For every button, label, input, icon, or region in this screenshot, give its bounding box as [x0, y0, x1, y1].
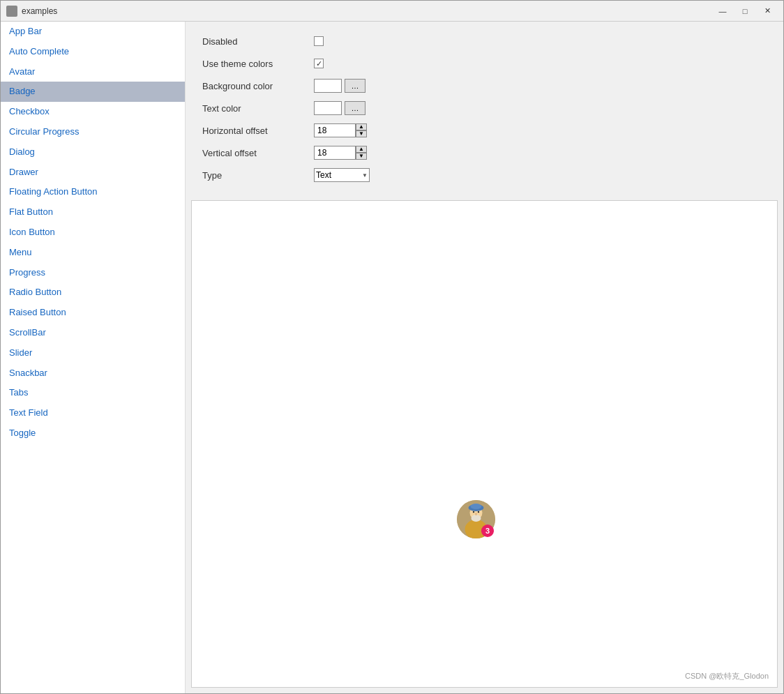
badge-count: 3 — [481, 525, 494, 537]
sidebar-item-progress[interactable]: Progress — [1, 263, 185, 283]
sidebar-item-avatar[interactable]: Avatar — [1, 62, 185, 82]
sidebar-item-icon-button[interactable]: Icon Button — [1, 222, 185, 243]
main-window: examples — □ ✕ App BarAuto CompleteAvata… — [0, 0, 784, 694]
window-title: examples — [22, 6, 712, 16]
sidebar-item-toggle[interactable]: Toggle — [1, 423, 185, 444]
close-button[interactable]: ✕ — [757, 4, 778, 18]
use-theme-colors-row: Use theme colors — [202, 55, 767, 72]
sidebar-item-dialog[interactable]: Dialog — [1, 142, 185, 163]
text-color-label: Text color — [202, 103, 314, 114]
vertical-offset-row: Vertical offset ▲ ▼ — [202, 144, 767, 161]
horizontal-offset-up-button[interactable]: ▲ — [356, 123, 367, 130]
text-color-input: … — [314, 101, 365, 115]
window-icon — [6, 6, 17, 17]
type-select-container: Text Number Icon — [314, 168, 370, 182]
svg-point-3 — [471, 504, 482, 509]
disabled-input — [314, 36, 324, 46]
svg-point-8 — [475, 513, 477, 515]
horizontal-offset-label: Horizontal offset — [202, 126, 314, 136]
window-controls: — □ ✕ — [712, 4, 778, 18]
disabled-label: Disabled — [202, 36, 314, 47]
vertical-offset-label: Vertical offset — [202, 148, 314, 158]
sidebar-item-radio-button[interactable]: Radio Button — [1, 282, 185, 303]
maximize-button[interactable]: □ — [734, 4, 755, 18]
controls-area: Disabled Use theme colors Background col… — [186, 22, 783, 200]
background-color-row: Background color … — [202, 77, 767, 94]
horizontal-offset-field[interactable] — [314, 123, 356, 137]
background-color-label: Background color — [202, 81, 314, 91]
sidebar-item-flat-button[interactable]: Flat Button — [1, 202, 185, 222]
disabled-checkbox[interactable] — [314, 36, 324, 46]
horizontal-offset-spinner: ▲ ▼ — [314, 123, 367, 137]
title-bar: examples — □ ✕ — [1, 1, 783, 22]
background-color-input: … — [314, 79, 365, 93]
preview-area: 3 CSDN @欧特克_Glodon — [191, 200, 778, 688]
text-color-swatch[interactable] — [314, 101, 342, 115]
sidebar-item-badge[interactable]: Badge — [1, 82, 185, 102]
svg-point-6 — [473, 511, 474, 513]
type-row: Type Text Number Icon — [202, 167, 767, 183]
horizontal-offset-spin-buttons: ▲ ▼ — [356, 123, 367, 137]
vertical-offset-down-button[interactable]: ▼ — [356, 153, 367, 160]
horizontal-offset-down-button[interactable]: ▼ — [356, 130, 367, 137]
horizontal-offset-input: ▲ ▼ — [314, 123, 367, 137]
vertical-offset-spin-buttons: ▲ ▼ — [356, 146, 367, 160]
disabled-row: Disabled — [202, 33, 767, 50]
use-theme-colors-input — [314, 59, 324, 68]
type-select[interactable]: Text Number Icon — [314, 168, 370, 182]
horizontal-offset-row: Horizontal offset ▲ ▼ — [202, 122, 767, 139]
sidebar-item-snackbar[interactable]: Snackbar — [1, 363, 185, 384]
svg-point-7 — [478, 511, 479, 513]
use-theme-colors-checkbox[interactable] — [314, 59, 324, 68]
sidebar-item-drawer[interactable]: Drawer — [1, 163, 185, 183]
sidebar-item-checkbox[interactable]: Checkbox — [1, 102, 185, 122]
sidebar-item-floating-action-button[interactable]: Floating Action Button — [1, 182, 185, 202]
sidebar-item-menu[interactable]: Menu — [1, 243, 185, 263]
background-color-swatch[interactable] — [314, 79, 342, 93]
watermark: CSDN @欧特克_Glodon — [685, 671, 769, 681]
sidebar-item-tabs[interactable]: Tabs — [1, 383, 185, 403]
badge-demo: 3 — [457, 500, 495, 541]
main-panel: Disabled Use theme colors Background col… — [186, 22, 783, 693]
avatar-badge-wrapper: 3 — [457, 500, 495, 538]
vertical-offset-input: ▲ ▼ — [314, 146, 367, 160]
type-input: Text Number Icon — [314, 168, 370, 182]
sidebar-item-raised-button[interactable]: Raised Button — [1, 303, 185, 323]
text-color-picker-button[interactable]: … — [345, 101, 365, 115]
vertical-offset-field[interactable] — [314, 146, 356, 160]
sidebar: App BarAuto CompleteAvatarBadgeCheckboxC… — [1, 22, 186, 693]
sidebar-item-slider[interactable]: Slider — [1, 343, 185, 363]
vertical-offset-up-button[interactable]: ▲ — [356, 146, 367, 153]
sidebar-item-app-bar[interactable]: App Bar — [1, 22, 185, 42]
use-theme-colors-label: Use theme colors — [202, 59, 314, 69]
svg-point-5 — [472, 515, 481, 522]
vertical-offset-spinner: ▲ ▼ — [314, 146, 367, 160]
sidebar-item-text-field[interactable]: Text Field — [1, 403, 185, 423]
sidebar-item-scrollbar[interactable]: ScrollBar — [1, 323, 185, 343]
content-area: App BarAuto CompleteAvatarBadgeCheckboxC… — [1, 22, 783, 693]
sidebar-item-auto-complete[interactable]: Auto Complete — [1, 42, 185, 62]
background-color-picker-button[interactable]: … — [345, 79, 365, 93]
sidebar-item-circular-progress[interactable]: Circular Progress — [1, 122, 185, 142]
text-color-row: Text color … — [202, 100, 767, 116]
type-label: Type — [202, 170, 314, 181]
minimize-button[interactable]: — — [712, 4, 733, 18]
